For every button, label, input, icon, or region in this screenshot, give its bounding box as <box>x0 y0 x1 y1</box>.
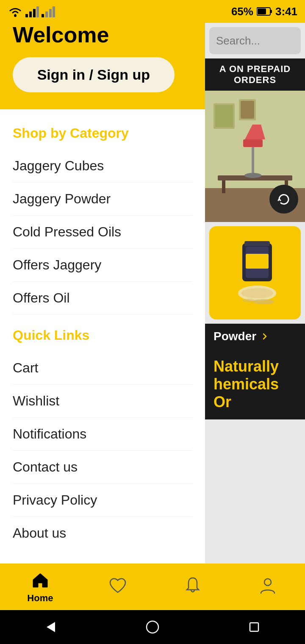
signin-button[interactable]: Sign in / Sign up <box>13 57 175 92</box>
svg-rect-2 <box>29 11 32 17</box>
product-card <box>209 226 301 319</box>
time-display: 3:41 <box>275 5 297 18</box>
nav-item-wishlist[interactable] <box>108 575 128 598</box>
svg-rect-33 <box>246 254 269 269</box>
quick-links-title: Quick Links <box>13 328 192 343</box>
powder-link[interactable]: Powder <box>205 324 305 349</box>
home-button[interactable] <box>142 616 163 638</box>
menu-item-jaggery-cubes[interactable]: Jaggery Cubes <box>13 150 192 183</box>
status-left <box>8 6 55 17</box>
status-bar: 65% 3:41 <box>0 0 305 23</box>
nav-item-profile[interactable] <box>258 575 278 598</box>
status-right: 65% 3:41 <box>231 5 297 18</box>
menu-item-about-us[interactable]: About us <box>13 517 192 550</box>
svg-rect-41 <box>250 623 258 631</box>
svg-rect-27 <box>243 139 263 147</box>
svg-point-0 <box>14 14 17 17</box>
svg-point-40 <box>147 621 158 633</box>
powder-label: Powder <box>214 330 256 343</box>
bottom-nav: Home <box>0 564 305 610</box>
menu-item-privacy-policy[interactable]: Privacy Policy <box>13 484 192 517</box>
svg-rect-31 <box>244 241 270 246</box>
svg-rect-8 <box>53 6 55 17</box>
menu-item-offers-jaggery[interactable]: Offers Jaggery <box>13 249 192 282</box>
bell-icon <box>183 575 203 596</box>
back-button[interactable] <box>40 616 61 638</box>
nav-item-notifications[interactable] <box>183 575 203 598</box>
menu-item-cold-pressed-oils[interactable]: Cold Pressed Oils <box>13 216 192 249</box>
chevron-right-icon <box>260 331 270 341</box>
naturally-section: Naturally hemicals Or <box>205 349 305 419</box>
back-icon <box>42 619 59 636</box>
battery-percent: 65% <box>231 5 253 18</box>
banner-area <box>205 91 305 222</box>
svg-rect-24 <box>222 180 225 193</box>
svg-rect-10 <box>270 10 272 13</box>
home-nav-label: Home <box>27 593 53 604</box>
promo-text: A ON PREPAID ORDERS <box>219 64 291 85</box>
svg-point-38 <box>264 579 271 586</box>
search-input[interactable] <box>216 34 305 47</box>
signal-icon-1 <box>25 6 39 17</box>
svg-rect-7 <box>49 9 52 17</box>
svg-point-37 <box>242 299 255 302</box>
menu-item-jaggery-powder[interactable]: Jaggery Powder <box>13 183 192 216</box>
svg-rect-1 <box>25 14 28 17</box>
recents-button[interactable] <box>244 616 265 638</box>
menu-item-contact-us[interactable]: Contact us <box>13 451 192 484</box>
svg-rect-26 <box>252 146 254 175</box>
drawer-body: Shop by Category Jaggery Cubes Jaggery P… <box>0 109 205 610</box>
welcome-text: Welcome <box>13 23 192 47</box>
promo-bar: A ON PREPAID ORDERS <box>205 58 305 91</box>
wifi-icon <box>8 6 23 17</box>
recents-icon <box>246 619 263 636</box>
svg-point-29 <box>244 173 261 178</box>
svg-rect-11 <box>258 8 266 14</box>
svg-rect-5 <box>42 14 44 17</box>
svg-rect-6 <box>45 11 48 17</box>
svg-rect-19 <box>215 105 233 127</box>
battery-icon <box>257 7 272 16</box>
drawer-menu: Welcome Sign in / Sign up Shop by Catego… <box>0 0 205 610</box>
svg-point-36 <box>253 299 274 304</box>
svg-marker-39 <box>47 622 55 632</box>
refresh-icon <box>276 191 292 207</box>
naturally-text: Naturally <box>214 358 279 375</box>
menu-item-cart[interactable]: Cart <box>13 352 192 385</box>
product-image <box>217 239 293 307</box>
home-circle-icon <box>144 619 161 636</box>
refresh-button[interactable] <box>269 185 298 214</box>
product-section <box>205 222 305 324</box>
menu-item-notifications[interactable]: Notifications <box>13 418 192 451</box>
chemicals-text: hemicals Or <box>214 375 279 411</box>
heart-icon <box>108 575 128 596</box>
search-bar <box>209 27 301 54</box>
android-nav-bar <box>0 610 305 644</box>
svg-rect-4 <box>36 6 39 17</box>
main-content: 1 A ON PREPAID ORDERS <box>205 0 305 610</box>
menu-item-offers-oil[interactable]: Offers Oil <box>13 282 192 315</box>
svg-rect-21 <box>241 101 254 119</box>
home-icon <box>30 570 50 590</box>
svg-rect-3 <box>33 9 36 17</box>
svg-point-35 <box>241 288 273 298</box>
shop-by-category-title: Shop by Category <box>13 125 192 141</box>
menu-item-wishlist[interactable]: Wishlist <box>13 385 192 418</box>
person-icon <box>258 575 278 596</box>
nav-item-home[interactable]: Home <box>27 570 53 604</box>
signal-icon-2 <box>42 6 55 17</box>
